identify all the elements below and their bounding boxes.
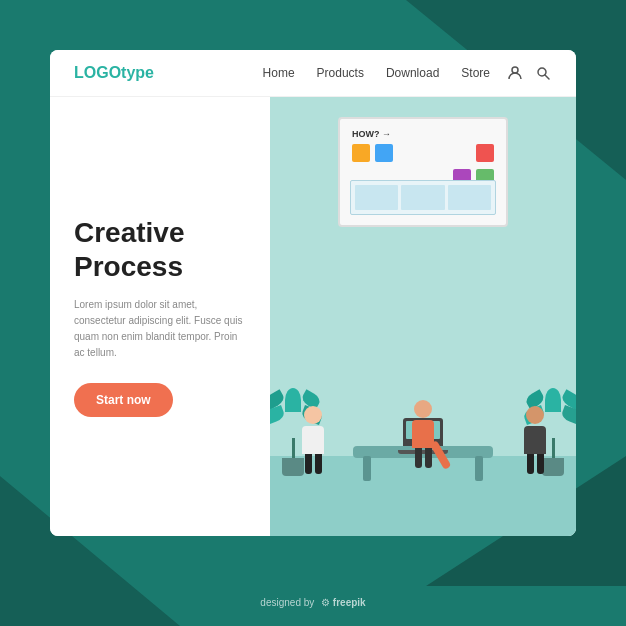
nav-icons	[506, 64, 552, 82]
person-leg-2r	[425, 448, 432, 468]
person-right	[524, 406, 546, 474]
sticky-note-3	[476, 144, 494, 162]
svg-point-0	[512, 67, 518, 73]
person-middle	[410, 400, 436, 468]
plant-leaf-top-right	[545, 388, 561, 412]
nav-links: Home Products Download Store	[263, 66, 490, 80]
plant-stem-left	[292, 438, 295, 458]
plant-leaf-l-left	[270, 405, 286, 425]
person-body-3	[524, 426, 546, 454]
wb-wireframe-inner	[355, 185, 491, 210]
sticky-note-2	[375, 144, 393, 162]
wb-wireframe	[350, 180, 496, 215]
navbar: LOGOtype Home Products Download Store	[50, 50, 576, 97]
logo: LOGOtype	[74, 64, 154, 82]
hero-title: Creative Process	[74, 216, 246, 283]
nav-link-download[interactable]: Download	[386, 66, 439, 80]
person-leg-1l	[305, 454, 312, 474]
footer-text: designed by ⚙ freepik	[260, 597, 365, 608]
person-head-3	[526, 406, 544, 424]
table-leg-left	[363, 456, 371, 481]
plant-leaf-top-left	[285, 388, 301, 412]
person-left	[302, 406, 324, 474]
nav-link-products[interactable]: Products	[317, 66, 364, 80]
search-icon[interactable]	[534, 64, 552, 82]
person-legs-1	[302, 454, 324, 474]
plant-leaf-r-right	[560, 405, 576, 425]
table-leg-right	[475, 456, 483, 481]
person-head-2	[414, 400, 432, 418]
person-leg-1r	[315, 454, 322, 474]
person-leg-2l	[415, 448, 422, 468]
nav-link-store[interactable]: Store	[461, 66, 490, 80]
cta-button[interactable]: Start now	[74, 383, 173, 417]
wf-col-1	[355, 185, 398, 210]
person-body-1	[302, 426, 324, 454]
main-card: LOGOtype Home Products Download Store	[50, 50, 576, 536]
person-leg-3r	[537, 454, 544, 474]
plant-stem-right	[552, 438, 555, 458]
nav-link-home[interactable]: Home	[263, 66, 295, 80]
user-icon[interactable]	[506, 64, 524, 82]
hero-description: Lorem ipsum dolor sit amet, consectetur …	[74, 297, 246, 361]
plant-pot-left	[282, 458, 304, 476]
person-legs-3	[524, 454, 546, 474]
wb-arrow: →	[382, 129, 391, 139]
content-area: Creative Process Lorem ipsum dolor sit a…	[50, 97, 576, 536]
wf-col-3	[448, 185, 491, 210]
svg-line-2	[545, 75, 549, 79]
wf-col-2	[401, 185, 444, 210]
right-panel: HOW? →	[270, 97, 576, 536]
wb-title: HOW?	[352, 129, 380, 139]
left-panel: Creative Process Lorem ipsum dolor sit a…	[50, 97, 270, 536]
person-leg-3l	[527, 454, 534, 474]
person-legs-2	[410, 448, 436, 468]
sticky-note-1	[352, 144, 370, 162]
person-head-1	[304, 406, 322, 424]
whiteboard: HOW? →	[338, 117, 508, 227]
